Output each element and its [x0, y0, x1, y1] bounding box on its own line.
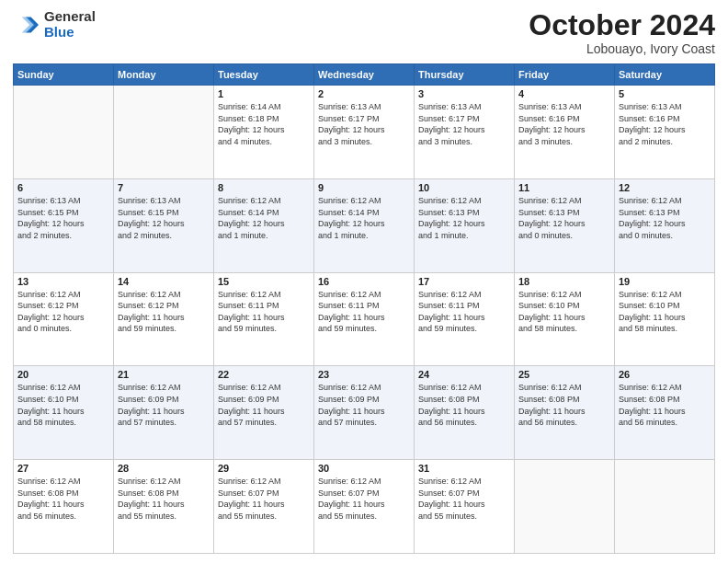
- weekday-header-saturday: Saturday: [615, 64, 715, 86]
- day-info: Sunrise: 6:12 AM Sunset: 6:08 PM Dayligh…: [518, 382, 610, 428]
- day-info: Sunrise: 6:12 AM Sunset: 6:08 PM Dayligh…: [418, 382, 510, 428]
- day-info: Sunrise: 6:13 AM Sunset: 6:15 PM Dayligh…: [17, 195, 109, 241]
- day-info: Sunrise: 6:12 AM Sunset: 6:09 PM Dayligh…: [318, 382, 410, 428]
- calendar-cell: 20Sunrise: 6:12 AM Sunset: 6:10 PM Dayli…: [14, 366, 114, 460]
- calendar-cell: 7Sunrise: 6:13 AM Sunset: 6:15 PM Daylig…: [114, 178, 214, 272]
- calendar-cell: 18Sunrise: 6:12 AM Sunset: 6:10 PM Dayli…: [515, 272, 615, 366]
- day-info: Sunrise: 6:12 AM Sunset: 6:07 PM Dayligh…: [418, 476, 510, 522]
- calendar-cell: 5Sunrise: 6:13 AM Sunset: 6:16 PM Daylig…: [615, 86, 715, 179]
- calendar-cell: [114, 86, 214, 179]
- day-info: Sunrise: 6:14 AM Sunset: 6:18 PM Dayligh…: [218, 101, 310, 147]
- weekday-header-row: SundayMondayTuesdayWednesdayThursdayFrid…: [14, 64, 715, 86]
- day-number: 21: [118, 369, 210, 380]
- page: General Blue October 2024 Lobouayo, Ivor…: [0, 0, 728, 563]
- day-number: 10: [418, 182, 510, 193]
- day-info: Sunrise: 6:12 AM Sunset: 6:12 PM Dayligh…: [118, 289, 210, 335]
- day-number: 4: [518, 88, 610, 99]
- day-number: 13: [17, 276, 109, 287]
- calendar-cell: [14, 86, 114, 179]
- title-block: October 2024 Lobouayo, Ivory Coast: [529, 9, 715, 56]
- calendar-cell: 25Sunrise: 6:12 AM Sunset: 6:08 PM Dayli…: [515, 366, 615, 460]
- calendar-header: SundayMondayTuesdayWednesdayThursdayFrid…: [14, 64, 715, 86]
- calendar-cell: 19Sunrise: 6:12 AM Sunset: 6:10 PM Dayli…: [615, 272, 715, 366]
- day-number: 11: [518, 182, 610, 193]
- day-info: Sunrise: 6:12 AM Sunset: 6:13 PM Dayligh…: [518, 195, 610, 241]
- logo-blue: Blue: [44, 25, 96, 40]
- day-info: Sunrise: 6:12 AM Sunset: 6:10 PM Dayligh…: [518, 289, 610, 335]
- day-info: Sunrise: 6:12 AM Sunset: 6:14 PM Dayligh…: [218, 195, 310, 241]
- day-number: 18: [518, 276, 610, 287]
- day-number: 2: [318, 88, 410, 99]
- day-number: 30: [318, 463, 410, 474]
- day-info: Sunrise: 6:12 AM Sunset: 6:08 PM Dayligh…: [118, 476, 210, 522]
- weekday-header-thursday: Thursday: [415, 64, 515, 86]
- logo-icon: [13, 12, 39, 38]
- day-number: 19: [619, 276, 711, 287]
- week-row-2: 6Sunrise: 6:13 AM Sunset: 6:15 PM Daylig…: [14, 178, 715, 272]
- calendar-cell: 10Sunrise: 6:12 AM Sunset: 6:13 PM Dayli…: [415, 178, 515, 272]
- day-info: Sunrise: 6:13 AM Sunset: 6:17 PM Dayligh…: [418, 101, 510, 147]
- calendar-cell: 22Sunrise: 6:12 AM Sunset: 6:09 PM Dayli…: [214, 366, 314, 460]
- day-info: Sunrise: 6:13 AM Sunset: 6:17 PM Dayligh…: [318, 101, 410, 147]
- calendar-cell: 26Sunrise: 6:12 AM Sunset: 6:08 PM Dayli…: [615, 366, 715, 460]
- day-info: Sunrise: 6:12 AM Sunset: 6:13 PM Dayligh…: [418, 195, 510, 241]
- logo-general: General: [44, 9, 96, 25]
- calendar-title: October 2024: [529, 9, 715, 41]
- weekday-header-tuesday: Tuesday: [214, 64, 314, 86]
- day-number: 16: [318, 276, 410, 287]
- calendar-cell: 17Sunrise: 6:12 AM Sunset: 6:11 PM Dayli…: [415, 272, 515, 366]
- calendar-cell: 4Sunrise: 6:13 AM Sunset: 6:16 PM Daylig…: [515, 86, 615, 179]
- weekday-header-friday: Friday: [515, 64, 615, 86]
- day-number: 6: [17, 182, 109, 193]
- weekday-header-monday: Monday: [114, 64, 214, 86]
- day-info: Sunrise: 6:12 AM Sunset: 6:10 PM Dayligh…: [619, 289, 711, 335]
- day-info: Sunrise: 6:12 AM Sunset: 6:12 PM Dayligh…: [17, 289, 109, 335]
- logo-text: General Blue: [44, 9, 96, 40]
- day-info: Sunrise: 6:12 AM Sunset: 6:10 PM Dayligh…: [17, 382, 109, 428]
- day-info: Sunrise: 6:12 AM Sunset: 6:11 PM Dayligh…: [318, 289, 410, 335]
- day-info: Sunrise: 6:12 AM Sunset: 6:08 PM Dayligh…: [619, 382, 711, 428]
- day-info: Sunrise: 6:12 AM Sunset: 6:11 PM Dayligh…: [218, 289, 310, 335]
- day-number: 17: [418, 276, 510, 287]
- day-info: Sunrise: 6:13 AM Sunset: 6:16 PM Dayligh…: [619, 101, 711, 147]
- day-info: Sunrise: 6:12 AM Sunset: 6:09 PM Dayligh…: [118, 382, 210, 428]
- calendar-cell: 2Sunrise: 6:13 AM Sunset: 6:17 PM Daylig…: [314, 86, 415, 179]
- logo: General Blue: [13, 9, 96, 40]
- calendar-cell: 15Sunrise: 6:12 AM Sunset: 6:11 PM Dayli…: [214, 272, 314, 366]
- day-number: 23: [318, 369, 410, 380]
- day-number: 5: [619, 88, 711, 99]
- calendar-cell: 27Sunrise: 6:12 AM Sunset: 6:08 PM Dayli…: [14, 460, 114, 554]
- calendar-cell: 1Sunrise: 6:14 AM Sunset: 6:18 PM Daylig…: [214, 86, 314, 179]
- day-info: Sunrise: 6:12 AM Sunset: 6:09 PM Dayligh…: [218, 382, 310, 428]
- calendar-cell: [515, 460, 615, 554]
- calendar-cell: 31Sunrise: 6:12 AM Sunset: 6:07 PM Dayli…: [415, 460, 515, 554]
- week-row-4: 20Sunrise: 6:12 AM Sunset: 6:10 PM Dayli…: [14, 366, 715, 460]
- calendar-subtitle: Lobouayo, Ivory Coast: [529, 41, 715, 56]
- day-number: 8: [218, 182, 310, 193]
- calendar-cell: 9Sunrise: 6:12 AM Sunset: 6:14 PM Daylig…: [314, 178, 415, 272]
- day-number: 24: [418, 369, 510, 380]
- calendar-cell: 6Sunrise: 6:13 AM Sunset: 6:15 PM Daylig…: [14, 178, 114, 272]
- day-number: 15: [218, 276, 310, 287]
- day-number: 31: [418, 463, 510, 474]
- week-row-1: 1Sunrise: 6:14 AM Sunset: 6:18 PM Daylig…: [14, 86, 715, 179]
- day-info: Sunrise: 6:12 AM Sunset: 6:13 PM Dayligh…: [619, 195, 711, 241]
- calendar-cell: [615, 460, 715, 554]
- day-number: 3: [418, 88, 510, 99]
- calendar-cell: 30Sunrise: 6:12 AM Sunset: 6:07 PM Dayli…: [314, 460, 415, 554]
- day-info: Sunrise: 6:12 AM Sunset: 6:07 PM Dayligh…: [318, 476, 410, 522]
- day-number: 26: [619, 369, 711, 380]
- day-info: Sunrise: 6:12 AM Sunset: 6:07 PM Dayligh…: [218, 476, 310, 522]
- day-number: 9: [318, 182, 410, 193]
- day-number: 7: [118, 182, 210, 193]
- calendar-cell: 24Sunrise: 6:12 AM Sunset: 6:08 PM Dayli…: [415, 366, 515, 460]
- day-number: 29: [218, 463, 310, 474]
- week-row-5: 27Sunrise: 6:12 AM Sunset: 6:08 PM Dayli…: [14, 460, 715, 554]
- calendar-table: SundayMondayTuesdayWednesdayThursdayFrid…: [13, 63, 715, 554]
- day-info: Sunrise: 6:12 AM Sunset: 6:14 PM Dayligh…: [318, 195, 410, 241]
- day-info: Sunrise: 6:13 AM Sunset: 6:15 PM Dayligh…: [118, 195, 210, 241]
- calendar-cell: 16Sunrise: 6:12 AM Sunset: 6:11 PM Dayli…: [314, 272, 415, 366]
- day-number: 28: [118, 463, 210, 474]
- day-number: 22: [218, 369, 310, 380]
- header: General Blue October 2024 Lobouayo, Ivor…: [13, 9, 715, 56]
